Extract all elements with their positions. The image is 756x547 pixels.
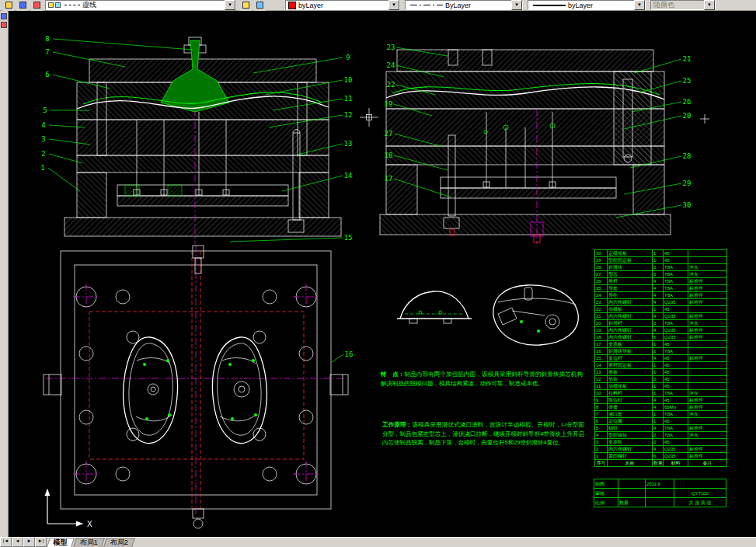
callout-number: 24 (387, 61, 395, 69)
callout-number: 8 (45, 35, 49, 43)
callout-number: 10 (344, 76, 353, 84)
tab-layout2[interactable]: 布局2 (103, 538, 135, 547)
current-layer-name: 虚线 (82, 0, 96, 10)
bom-row: 11动模座板145 (595, 383, 727, 390)
layout-tabbar: |◄ ◄ ► ►| 模型 布局1 布局2 (0, 537, 756, 547)
bom-row: 22动模板145 (595, 306, 727, 313)
layer-states-icon (242, 2, 249, 9)
layer-control-combo[interactable]: 虚线 ▼ (45, 0, 236, 10)
titleblock-sheet: 共 张 第 张 (674, 497, 726, 507)
bom-row: 21内六角螺钉4Q235标准件 (595, 313, 727, 320)
tab-model[interactable]: 模型 (47, 538, 75, 547)
callout-number: 2 (41, 150, 45, 158)
layer-translate-icon (256, 2, 263, 9)
callout-leader (53, 39, 193, 50)
bom-row: 25导套4T8A标准件 (595, 285, 727, 292)
tab-nav-last-button[interactable]: ►| (35, 537, 47, 547)
callout-number: 12 (344, 111, 353, 119)
color-swatch (288, 2, 296, 9)
principle-note-title: 工作原理： (382, 421, 412, 428)
section-view-side (380, 50, 671, 244)
section-view-front (64, 37, 341, 244)
plotstyle-combo-dropdown-arrow: ▼ (704, 0, 715, 10)
bom-row: 30定模座板145 (595, 250, 727, 257)
layer-combo-dropdown-arrow[interactable]: ▼ (225, 0, 235, 10)
ucs-x-label: X (87, 520, 92, 528)
bom-row: 24导柱4T8A标准件 (595, 292, 727, 299)
linetype-control-combo[interactable]: ByLayer ▼ (405, 0, 523, 10)
dashed-linetype-icon (64, 5, 80, 6)
current-plotstyle-value: 随颜色 (653, 0, 674, 10)
layer-properties-manager-button[interactable] (2, 0, 15, 11)
color-combo-dropdown-arrow[interactable]: ▼ (388, 0, 399, 10)
layer-previous-button[interactable] (30, 0, 43, 11)
callout-number: 21 (683, 55, 692, 63)
bom-row: 7浇口套1T8A淬火 (595, 411, 727, 418)
tab-nav-prev-button[interactable]: ◄ (12, 537, 23, 547)
osnap-mark (700, 114, 709, 124)
layer-current-icon (19, 2, 26, 9)
callout-number: 5 (43, 106, 47, 114)
lineweight-combo-dropdown-arrow[interactable]: ▼ (634, 0, 645, 10)
bom-row: 1紧固螺钉6Q235标准件 (595, 453, 727, 460)
plan-view (44, 246, 348, 528)
callout-number: 27 (385, 130, 393, 138)
tab-nav-next-button[interactable]: ► (23, 537, 35, 547)
callout-leader (332, 354, 343, 362)
bom-row: 10拉料杆1T8A淬火 (595, 390, 727, 397)
callout-number: 20 (683, 112, 692, 120)
callout-number: 13 (344, 140, 353, 148)
callout-number: 1 (40, 164, 44, 172)
draw-tool-icon[interactable] (1, 13, 7, 19)
color-control-combo[interactable]: byLayer ▼ (285, 0, 400, 10)
layer-translate-button[interactable] (253, 0, 266, 11)
tab-layout1[interactable]: 布局1 (73, 538, 105, 547)
bom-row: 29型腔固定板145 (595, 257, 727, 264)
layer-on-icon (48, 2, 54, 8)
left-docked-toolbar (0, 11, 9, 538)
current-linetype-value: ByLayer (445, 2, 471, 9)
bom-row: 8弹簧465Mn标准件 (595, 404, 727, 411)
bom-row: 16斜滑块导板2T8A (595, 348, 727, 355)
layers-icon (5, 2, 12, 9)
bom-row: 17支承板145 (595, 341, 727, 348)
titleblock-qty-label: 数量 (618, 497, 646, 507)
bom-row: 2内六角螺钉4Q235标准件 (595, 446, 727, 453)
make-object-layer-current-button[interactable] (16, 0, 29, 11)
callout-number: 25 (683, 77, 692, 85)
bom-row: 18内六角螺钉6Q235标准件 (595, 334, 727, 341)
bom-header-row: 序号名称数量材料备注 (595, 460, 727, 467)
object-properties-toolbar: 虚线 ▼ byLayer ▼ ByLayer ▼ byLayer ▼ 随颜色 ▼ (0, 0, 756, 11)
callout-number: 28 (683, 152, 692, 160)
bom-row: 9限位钉445标准件 (595, 397, 727, 404)
callout-number: 9 (346, 54, 350, 61)
lineweight-sample-icon (533, 5, 566, 6)
plotstyle-control-combo: 随颜色 ▼ (650, 0, 716, 10)
bom-row: 28斜滑块2T8A淬火 (595, 264, 727, 271)
callout-number: 14 (344, 172, 353, 179)
callout-leader (48, 168, 80, 191)
callout-leader (230, 238, 343, 242)
callout-number: 15 (344, 234, 353, 242)
feature-note: 特 点：制品内部有两个加强筋内面，该模具采用斜杆导滑的斜滑块抽芯机构解决制品的脱… (381, 370, 583, 388)
callout-number: 11 (344, 95, 353, 103)
model-space-canvas[interactable]: X 87654321910111213141523242219271817212… (9, 11, 756, 538)
principle-note: 工作原理：该模具采用潜伏式浇口进料，故设计半边模腔。开模时，I-I分型面分型，制… (382, 420, 584, 448)
callout-number: 23 (387, 44, 395, 51)
cad-application-window: 虚线 ▼ byLayer ▼ ByLayer ▼ byLayer ▼ 随颜色 ▼ (0, 0, 756, 547)
layer-states-button[interactable] (239, 0, 252, 11)
linetype-combo-dropdown-arrow[interactable]: ▼ (511, 0, 522, 10)
tab-nav-first-button[interactable]: |◄ (0, 537, 12, 547)
layer-freeze-icon (55, 2, 61, 8)
bom-row: 5销钉4T8A标准件 (595, 425, 727, 432)
bom-row: 12垫块245 (595, 376, 727, 383)
callout-number: 17 (385, 175, 393, 183)
lineweight-control-combo[interactable]: byLayer ▼ (528, 0, 646, 10)
bom-row: 27型芯2T8A淬火 (595, 271, 727, 278)
modify-tool-icon[interactable] (1, 22, 7, 28)
callout-number: 16 (345, 350, 354, 358)
current-lineweight-value: byLayer (568, 2, 593, 9)
bom-table: 30定模座板14529型腔固定板14528斜滑块2T8A淬火27型芯2T8A淬火… (594, 249, 728, 467)
titleblock-blank3 (645, 497, 674, 507)
mouse-side-view (397, 291, 472, 323)
